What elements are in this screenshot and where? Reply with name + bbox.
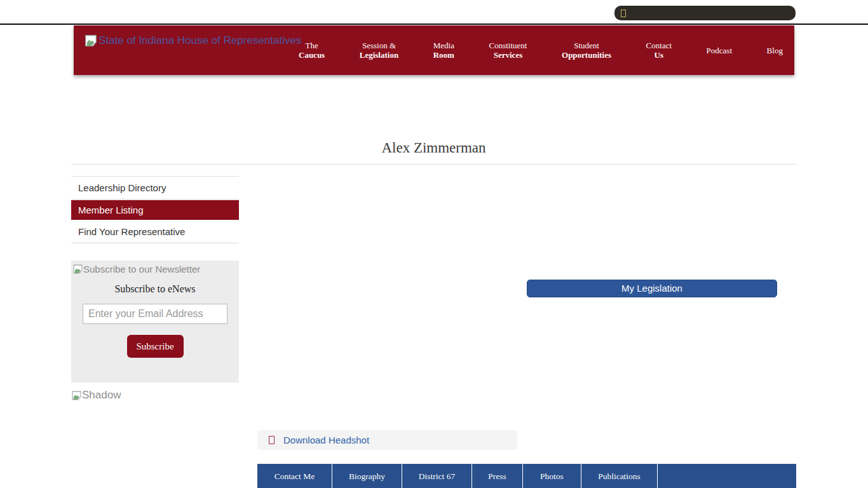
tab-biography[interactable]: Biography	[332, 464, 402, 488]
newsletter-banner-alt-text: Subscribe to our Newsletter	[83, 264, 200, 274]
nav-item-podcast[interactable]: Podcast	[705, 43, 733, 58]
search-input[interactable]	[614, 6, 796, 20]
tab-publications[interactable]: Publications	[581, 464, 658, 488]
download-icon	[269, 436, 275, 444]
tab-photos[interactable]: Photos	[523, 464, 581, 488]
download-headshot-link[interactable]: Download Headshot	[283, 435, 369, 445]
nav-item-constituent-services[interactable]: Constituent Services	[488, 38, 529, 62]
title-divider	[71, 164, 796, 165]
tab-bar-filler	[658, 464, 796, 488]
tab-district-67[interactable]: District 67	[402, 464, 472, 488]
nav-item-the-caucus[interactable]: The Caucus	[297, 38, 326, 62]
broken-image-icon	[72, 264, 83, 274]
missing-glyph-icon	[621, 10, 626, 17]
site-logo-alt-text: State of Indiana House of Representative…	[98, 34, 301, 47]
newsletter-box: Subscribe to our Newsletter Subscribe to…	[71, 261, 239, 383]
sidebar-item-leadership-directory[interactable]: Leadership Directory	[71, 177, 239, 200]
site-header: State of Indiana House of Representative…	[74, 25, 794, 75]
broken-image-icon	[71, 390, 82, 401]
tab-contact-me[interactable]: Contact Me	[257, 464, 332, 488]
newsletter-heading: Subscribe to eNews	[71, 283, 239, 295]
sidebar-item-member-listing[interactable]: Member Listing	[71, 200, 239, 220]
page-title: Alex Zimmerman	[71, 140, 796, 156]
download-headshot-bar: Download Headshot	[257, 430, 517, 450]
shadow-broken-image: Shadow	[71, 389, 121, 402]
nav-item-student-opportunities[interactable]: Student Opportunities	[560, 38, 613, 62]
email-field[interactable]	[83, 304, 227, 324]
page: State of Indiana House of Representative…	[0, 0, 868, 488]
sidebar-item-find-your-representative[interactable]: Find Your Representative	[71, 220, 239, 243]
nav-item-blog[interactable]: Blog	[766, 43, 784, 58]
broken-image-icon	[84, 34, 98, 48]
newsletter-banner-broken-image: Subscribe to our Newsletter	[71, 261, 239, 274]
nav-item-session-legislation[interactable]: Session & Legislation	[358, 38, 400, 62]
nav-item-media-room[interactable]: Media Room	[432, 38, 456, 62]
subscribe-button[interactable]: Subscribe	[127, 335, 184, 358]
shadow-alt-text: Shadow	[82, 389, 121, 402]
top-bar	[0, 0, 868, 25]
site-logo-link[interactable]: State of Indiana House of Representative…	[84, 34, 301, 48]
my-legislation-button[interactable]: My Legislation	[527, 280, 777, 297]
main-nav: The Caucus Session & Legislation Media R…	[297, 25, 784, 75]
sidebar-nav: Leadership Directory Member Listing Find…	[71, 176, 239, 243]
member-tab-bar: Contact Me Biography District 67 Press P…	[257, 464, 796, 488]
tab-press[interactable]: Press	[472, 464, 523, 488]
nav-item-contact-us[interactable]: Contact Us	[645, 38, 673, 62]
